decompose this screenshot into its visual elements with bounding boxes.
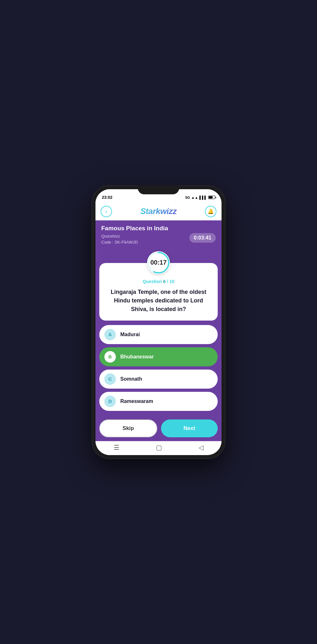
countdown-circle: 00:17: [147, 251, 170, 274]
bottom-actions: Skip Next: [95, 414, 222, 441]
battery-icon: [208, 196, 215, 199]
question-total: 10: [169, 279, 174, 284]
option-c-text: Somnath: [120, 376, 142, 382]
option-d[interactable]: D Rameswaram: [99, 392, 218, 411]
question-label: Question 6 / 10: [106, 279, 211, 284]
countdown-value: 00:17: [150, 259, 166, 266]
phone-frame: 23:02 5G ▲▲ ▌▌▌ ‹ Starkwizz 🔔 Famous Pla…: [92, 185, 225, 459]
phone-screen: 23:02 5G ▲▲ ▌▌▌ ‹ Starkwizz 🔔 Famous Pla…: [95, 189, 222, 455]
options-area: A Madurai B Bhubaneswar C Somnath D Rame…: [95, 325, 222, 411]
quiz-timer-badge: 0:03:41: [189, 233, 216, 243]
option-c[interactable]: C Somnath: [99, 370, 218, 389]
home-icon[interactable]: ▢: [156, 444, 162, 451]
notification-button[interactable]: 🔔: [205, 206, 216, 217]
option-c-letter: C: [104, 373, 116, 385]
next-button[interactable]: Next: [161, 419, 218, 437]
option-a[interactable]: A Madurai: [99, 325, 218, 344]
back-nav-icon[interactable]: ◁: [199, 444, 203, 451]
back-button[interactable]: ‹: [101, 206, 112, 217]
signal-bars-icon: ▌▌▌: [200, 196, 207, 199]
status-icons: 5G ▲▲ ▌▌▌: [185, 196, 215, 199]
option-a-text: Madurai: [120, 332, 140, 337]
quiz-name: Quizwhizz: [101, 234, 120, 239]
status-time: 23:02: [102, 195, 112, 200]
quiz-code: Code : SK-F6AWJD: [101, 240, 138, 245]
quiz-content: Famous Places in India Quizwhizz Code : …: [95, 220, 222, 441]
quiz-meta: Quizwhizz Code : SK-F6AWJD 0:03:41: [101, 233, 216, 246]
menu-icon[interactable]: ☰: [114, 444, 119, 451]
option-b-text: Bhubaneswar: [120, 354, 154, 360]
app-logo: Starkwizz: [140, 206, 177, 216]
skip-button[interactable]: Skip: [99, 419, 157, 437]
phone-notch: [138, 185, 179, 194]
option-b-letter: B: [104, 351, 116, 363]
quiz-title: Famous Places in India: [101, 225, 216, 232]
bottom-nav: ☰ ▢ ◁: [95, 441, 222, 455]
app-header: ‹ Starkwizz 🔔: [95, 203, 222, 220]
option-d-text: Rameswaram: [120, 398, 153, 404]
countdown-wrap: 00:17: [95, 251, 222, 274]
question-text: Lingaraja Temple, one of the oldest Hind…: [106, 288, 211, 314]
quiz-banner: Famous Places in India Quizwhizz Code : …: [95, 220, 222, 249]
wifi-icon: ▲▲: [191, 196, 198, 199]
question-number: 6: [163, 279, 166, 284]
quiz-info: Quizwhizz Code : SK-F6AWJD: [101, 233, 138, 246]
option-a-letter: A: [104, 329, 116, 340]
option-b[interactable]: B Bhubaneswar: [99, 347, 218, 366]
option-d-letter: D: [104, 396, 116, 407]
signal-icon: 5G: [185, 196, 190, 199]
